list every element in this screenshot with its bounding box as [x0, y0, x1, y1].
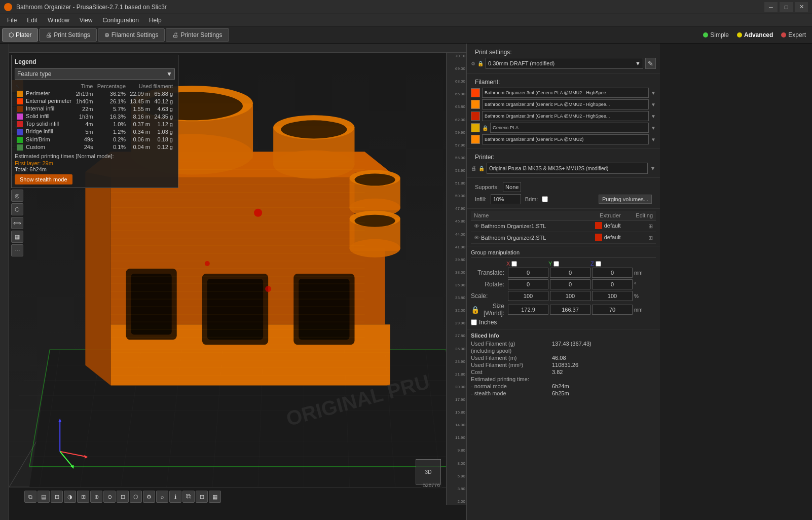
printer-arrow[interactable]: ▼ [650, 165, 656, 172]
tool-more2[interactable]: ▦ [209, 491, 221, 503]
filament-color-5[interactable] [471, 135, 480, 144]
tab-plater[interactable]: ⬡ Plater [2, 28, 38, 42]
purge-volumes-button[interactable]: Purging volumes... [599, 195, 652, 204]
rotate-y-input[interactable] [550, 279, 590, 289]
tool-mirror[interactable]: ⟺ [11, 217, 23, 229]
tool-zoom-fit[interactable]: ⊞ [77, 491, 89, 503]
filament-color-1[interactable] [471, 88, 480, 97]
legend-row: Custom 24s 0.1% 0.04 m 0.12 g [15, 143, 175, 151]
legend-row-grams: 40.12 g [152, 97, 175, 105]
legend-row-grams: 1.12 g [152, 120, 175, 128]
print-preset-selector[interactable]: 0.30mm DRAFT (modified) ▼ [486, 58, 643, 69]
z-checkbox[interactable] [596, 261, 601, 267]
menu-view[interactable]: View [75, 16, 98, 25]
view-cube[interactable]: 3D [416, 459, 441, 485]
size-lock-icon[interactable]: 🔒 [471, 306, 479, 314]
legend-row-name: External perimeter [15, 97, 74, 105]
x-checkbox[interactable] [511, 261, 517, 267]
filament-color-2[interactable] [471, 100, 480, 109]
close-button[interactable]: ✕ [795, 2, 808, 12]
legend-row: Internal infill 22m 5.7% 1.55 m 4.63 g [15, 105, 175, 113]
filament-selector-3[interactable]: Bathroom Organizer.3mf (Generic PLA @MMU… [482, 111, 649, 121]
menu-window[interactable]: Window [43, 16, 75, 25]
tab-print-settings[interactable]: 🖨 Print Settings [39, 28, 96, 42]
printer-selector[interactable]: Original Prusa i3 MK3S & MK3S+ MMU2S (mo… [487, 163, 648, 174]
viewport[interactable]: ORIGINAL PRU Legend Feature type ▼ [9, 53, 466, 505]
size-label-area: 🔒 Size [World]: [471, 303, 506, 317]
infill-value[interactable]: 10% [491, 194, 521, 204]
tool-top-view[interactable]: ⊡ [117, 491, 129, 503]
legend-row: Solid infill 1h3m 16.3% 8.16 m 24.35 g [15, 113, 175, 120]
size-y-input[interactable] [550, 305, 590, 315]
eye-button-2[interactable]: 👁 [474, 235, 479, 241]
filament-selector-5[interactable]: Bathroom Organizer.3mf (Generic PLA @MMU… [482, 134, 649, 144]
filament-arrow-4[interactable]: ▼ [651, 125, 656, 131]
right-panel: Print settings: ⚙ 🔒 0.30mm DRAFT (modifi… [466, 44, 660, 520]
translate-x-input[interactable] [508, 268, 548, 278]
y-checkbox[interactable] [553, 261, 559, 267]
mode-advanced[interactable]: Advanced [737, 31, 773, 39]
tool-copy[interactable]: ⿻ [182, 491, 195, 503]
legend-swatch [17, 98, 23, 104]
tab-filament-settings[interactable]: ⊕ Filament Settings [98, 28, 165, 42]
tool-settings2[interactable]: ⚙ [143, 491, 155, 503]
menu-configuration[interactable]: Configuration [98, 16, 144, 25]
mode-expert[interactable]: Expert [781, 31, 806, 39]
translate-y-input[interactable] [550, 268, 590, 278]
maximize-button[interactable]: □ [780, 2, 793, 12]
filament-color-4[interactable] [471, 123, 480, 132]
scale-z-input[interactable] [592, 291, 633, 301]
tool-zoom-out[interactable]: ⊖ [103, 491, 116, 503]
tool-render[interactable]: ⬡ [130, 491, 142, 503]
filament-selector-2[interactable]: Bathroom Organizer.3mf (Generic PLA @MMU… [482, 99, 649, 109]
menu-file[interactable]: File [2, 16, 22, 25]
size-x-input[interactable] [508, 305, 548, 315]
tool-hollow[interactable]: ◎ [11, 190, 23, 202]
tab-printer-settings[interactable]: 🖨 Printer Settings [166, 28, 229, 42]
printer-section: Printer: 🖨 🔒 Original Prusa i3 MK3S & MK… [467, 148, 660, 178]
filament-arrow-1[interactable]: ▼ [651, 90, 656, 96]
tool-perspective[interactable]: ⧉ [24, 491, 36, 503]
inches-checkbox[interactable] [471, 319, 477, 325]
menu-help[interactable]: Help [144, 16, 167, 25]
supports-value[interactable]: None [503, 182, 521, 192]
filament-arrow-2[interactable]: ▼ [651, 102, 656, 107]
tool-info[interactable]: ℹ [169, 491, 181, 503]
tool-zoom-in[interactable]: ⊕ [90, 491, 102, 503]
tool-mesh[interactable]: ⬡ [11, 203, 23, 215]
filament-color-3[interactable] [471, 112, 480, 121]
brim-checkbox[interactable] [542, 196, 548, 202]
filament-selector-1[interactable]: Bathroom Organizer.3mf (Generic PLA @MMU… [482, 88, 649, 98]
legend-row-name: Top solid infill [15, 120, 74, 128]
tool-slice[interactable]: ◑ [64, 491, 76, 503]
filament-arrow-3[interactable]: ▼ [651, 114, 656, 119]
filament-selector-4[interactable]: Generic PLA [490, 123, 649, 133]
eye-button-1[interactable]: 👁 [474, 223, 479, 229]
tool-paste[interactable]: ⊟ [196, 491, 208, 503]
edit-button-2[interactable]: ⊞ [648, 235, 653, 241]
printer-lock-icon: 🔒 [478, 166, 485, 171]
filament-arrow-5[interactable]: ▼ [651, 137, 656, 142]
tool-search2[interactable]: ⌕ [156, 491, 168, 503]
menu-edit[interactable]: Edit [22, 16, 43, 25]
size-z-input[interactable] [592, 305, 633, 315]
scale-x-input[interactable] [508, 291, 548, 301]
minimize-button[interactable]: ─ [764, 2, 778, 12]
rotate-label: Rotate: [471, 281, 506, 288]
tool-arrange[interactable]: ⊞ [51, 491, 63, 503]
edit-button-1[interactable]: ⊞ [648, 223, 653, 230]
print-settings-edit-btn[interactable]: ✎ [645, 58, 656, 69]
tool-more[interactable]: ⋯ [11, 244, 23, 256]
print-preset-row: ⚙ 🔒 0.30mm DRAFT (modified) ▼ ✎ [471, 58, 656, 69]
stealth-mode-button[interactable]: Show stealth mode [15, 174, 72, 184]
tool-layers[interactable]: ▤ [38, 491, 50, 503]
legend-dropdown[interactable]: Feature type ▼ [15, 68, 175, 80]
sliced-filament-m-val: 46.08 [552, 355, 566, 361]
obj-name-1: 👁 Bathroom Organizer1.STL [471, 220, 579, 232]
tool-layer[interactable]: ▦ [11, 231, 23, 243]
scale-y-input[interactable] [550, 291, 590, 301]
rotate-x-input[interactable] [508, 279, 548, 289]
translate-z-input[interactable] [592, 268, 633, 278]
mode-simple[interactable]: Simple [703, 31, 729, 39]
rotate-z-input[interactable] [592, 279, 633, 289]
